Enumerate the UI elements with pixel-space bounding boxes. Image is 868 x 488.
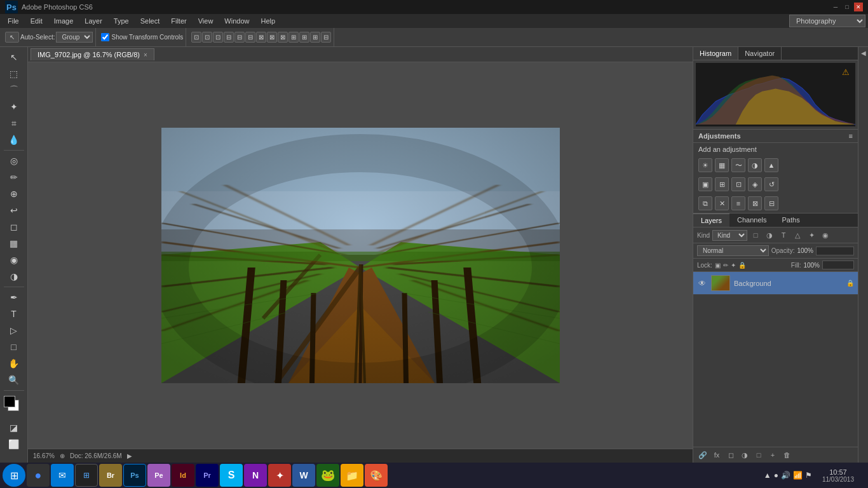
foreground-color-swatch[interactable] bbox=[4, 396, 15, 407]
filter-adjust-btn[interactable]: ◑ bbox=[764, 229, 775, 241]
dist-top-btn[interactable]: ⊞ bbox=[288, 32, 299, 43]
exposure-btn[interactable]: ◑ bbox=[748, 158, 762, 172]
filter-shape-btn[interactable]: △ bbox=[792, 229, 803, 241]
taskbar-outlook[interactable]: ✉ bbox=[51, 464, 74, 487]
channel-mixer-btn[interactable]: ↺ bbox=[764, 177, 778, 191]
taskbar-bridge[interactable]: Br bbox=[99, 464, 122, 487]
move-tool[interactable]: ↖ bbox=[6, 50, 22, 65]
taskbar-premiere-elements[interactable]: Pe bbox=[147, 464, 170, 487]
document-tab-close[interactable]: × bbox=[144, 51, 147, 58]
quick-select-tool[interactable]: ✦ bbox=[6, 99, 22, 114]
layers-kind-select[interactable]: Kind Name Effect bbox=[712, 230, 747, 241]
blur-tool[interactable]: ◉ bbox=[6, 252, 22, 268]
taskbar-skype[interactable]: S bbox=[220, 464, 243, 487]
blend-mode-select[interactable]: Normal Multiply Screen bbox=[697, 245, 769, 256]
bw-btn[interactable]: ⊡ bbox=[731, 177, 745, 191]
align-bottom-btn[interactable]: ⊟ bbox=[245, 32, 255, 43]
align-right-btn[interactable]: ⊡ bbox=[213, 32, 223, 43]
status-info-btn[interactable]: ⊕ bbox=[60, 452, 65, 459]
lock-pixels-btn[interactable]: ✏ bbox=[723, 262, 728, 269]
align-top-btn[interactable]: ⊟ bbox=[224, 32, 234, 43]
new-layer-btn[interactable]: + bbox=[767, 449, 778, 461]
dist-right-btn[interactable]: ⊠ bbox=[278, 32, 288, 43]
layer-link-btn[interactable]: 🔗 bbox=[697, 449, 709, 461]
photo-filter-btn[interactable]: ◈ bbox=[748, 177, 762, 191]
pen-tool[interactable]: ✒ bbox=[6, 290, 22, 305]
invert-btn[interactable]: ✕ bbox=[715, 196, 729, 210]
tab-layers[interactable]: Layers bbox=[693, 214, 729, 227]
new-group-btn[interactable]: □ bbox=[753, 449, 764, 461]
marquee-tool[interactable]: ⬚ bbox=[6, 66, 22, 81]
menu-view[interactable]: View bbox=[193, 16, 219, 26]
tab-navigator[interactable]: Navigator bbox=[738, 47, 782, 60]
filter-toggle-btn[interactable]: ◉ bbox=[820, 229, 831, 241]
history-brush-tool[interactable]: ↩ bbox=[6, 203, 22, 218]
hand-tool[interactable]: ✋ bbox=[6, 356, 22, 371]
menu-edit[interactable]: Edit bbox=[25, 16, 48, 26]
layer-style-btn[interactable]: fx bbox=[711, 449, 722, 461]
clone-stamp-tool[interactable]: ⊕ bbox=[6, 186, 22, 201]
eraser-tool[interactable]: ◻ bbox=[6, 219, 22, 234]
menu-filter[interactable]: Filter bbox=[166, 16, 191, 26]
dodge-tool[interactable]: ◑ bbox=[6, 269, 22, 284]
layer-visibility-btn[interactable]: 👁 bbox=[697, 278, 707, 288]
layer-adjustment-btn[interactable]: ◑ bbox=[739, 449, 750, 461]
tab-paths[interactable]: Paths bbox=[775, 214, 808, 227]
taskbar-explorer[interactable]: 📁 bbox=[341, 464, 363, 487]
arrange-btn[interactable]: ⊟ bbox=[321, 32, 331, 43]
lock-transparent-btn[interactable]: ▣ bbox=[715, 262, 721, 269]
taskbar-indesign[interactable]: Id bbox=[172, 464, 194, 487]
show-hidden-icons-btn[interactable]: ▲ bbox=[764, 471, 771, 480]
network-status-icon[interactable]: 📶 bbox=[793, 471, 803, 480]
start-button[interactable]: ⊞ bbox=[3, 464, 25, 487]
network-icon[interactable]: ● bbox=[774, 471, 778, 480]
menu-help[interactable]: Help bbox=[255, 16, 280, 26]
layer-mask-btn[interactable]: ◻ bbox=[725, 449, 736, 461]
filter-smart-btn[interactable]: ✦ bbox=[806, 229, 817, 241]
taskbar-word[interactable]: W bbox=[292, 464, 315, 487]
tab-channels[interactable]: Channels bbox=[729, 214, 774, 227]
gradient-map-btn[interactable]: ⊟ bbox=[764, 196, 778, 210]
tab-histogram[interactable]: Histogram bbox=[693, 47, 738, 60]
crop-tool[interactable]: ⌗ bbox=[6, 116, 22, 131]
vibrance-btn[interactable]: ▲ bbox=[764, 158, 778, 172]
notification-icon[interactable]: ⚑ bbox=[805, 471, 812, 480]
menu-layer[interactable]: Layer bbox=[79, 16, 107, 26]
brightness-contrast-btn[interactable]: ☀ bbox=[698, 158, 712, 172]
lasso-tool[interactable]: ⌒ bbox=[6, 83, 22, 98]
menu-select[interactable]: Select bbox=[135, 16, 165, 26]
workspace-select[interactable]: Photography Essentials 3D bbox=[789, 15, 865, 27]
dist-middle-btn[interactable]: ⊞ bbox=[299, 32, 309, 43]
dist-bottom-btn[interactable]: ⊞ bbox=[310, 32, 320, 43]
volume-icon[interactable]: 🔊 bbox=[781, 471, 790, 480]
color-lookup-btn[interactable]: ⧉ bbox=[698, 196, 712, 210]
taskbar-palette[interactable]: 🎨 bbox=[365, 464, 388, 487]
taskbar-pdf[interactable]: ✦ bbox=[268, 464, 291, 487]
align-left-btn[interactable]: ⊡ bbox=[191, 32, 201, 43]
screen-mode-btn[interactable]: ⬜ bbox=[6, 437, 22, 452]
maximize-button[interactable]: □ bbox=[843, 3, 851, 11]
taskbar-onenote[interactable]: N bbox=[244, 464, 267, 487]
taskbar-frog[interactable]: 🐸 bbox=[316, 464, 339, 487]
taskbar-chrome[interactable]: ● bbox=[27, 464, 50, 487]
spot-heal-tool[interactable]: ◎ bbox=[6, 153, 22, 168]
taskbar-photoshop[interactable]: Ps bbox=[123, 464, 146, 487]
adjustments-expand-icon[interactable]: ≡ bbox=[849, 132, 853, 140]
lock-all-btn[interactable]: 🔒 bbox=[738, 262, 746, 269]
align-center-h-btn[interactable]: ⊡ bbox=[202, 32, 212, 43]
minimize-button[interactable]: ─ bbox=[831, 3, 840, 11]
taskbar-premiere[interactable]: Pr bbox=[196, 464, 219, 487]
taskbar-clock[interactable]: 10:57 11/03/2013 bbox=[818, 468, 858, 483]
delete-layer-btn[interactable]: 🗑 bbox=[781, 449, 792, 461]
shape-tool[interactable]: □ bbox=[6, 339, 22, 355]
dist-center-h-btn[interactable]: ⊠ bbox=[267, 32, 277, 43]
threshold-btn[interactable]: ⊠ bbox=[748, 196, 762, 210]
dist-left-btn[interactable]: ⊠ bbox=[256, 32, 266, 43]
hsl-btn[interactable]: ▣ bbox=[698, 177, 712, 191]
move-tool-btn[interactable]: ↖ bbox=[5, 32, 19, 43]
path-select-tool[interactable]: ▷ bbox=[6, 323, 22, 338]
opacity-slider[interactable] bbox=[816, 247, 854, 255]
type-tool[interactable]: T bbox=[6, 306, 22, 322]
fill-slider[interactable] bbox=[822, 261, 854, 269]
taskbar-metro[interactable]: ⊞ bbox=[75, 464, 98, 487]
